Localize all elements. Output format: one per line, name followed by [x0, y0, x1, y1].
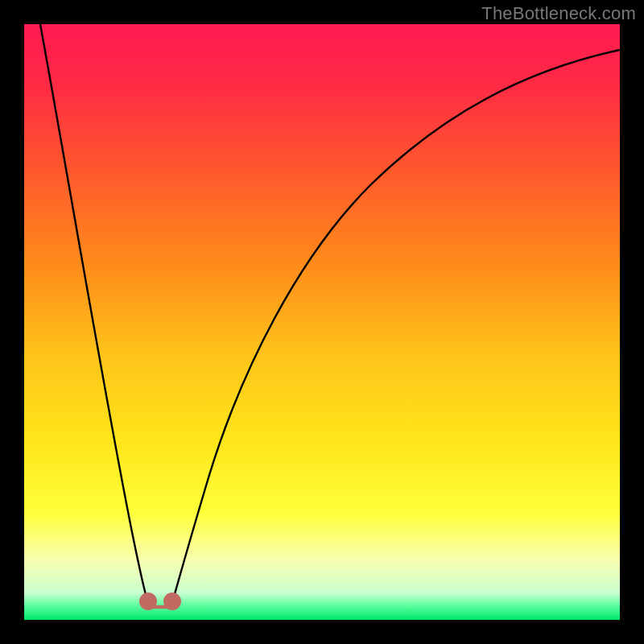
bottleneck-curve-left [40, 24, 149, 605]
watermark-text: TheBottleneck.com [481, 3, 636, 24]
plot-area [24, 24, 620, 620]
curve-layer [24, 24, 620, 620]
chart-frame: TheBottleneck.com [0, 0, 644, 644]
bottleneck-curve-right [171, 50, 620, 605]
